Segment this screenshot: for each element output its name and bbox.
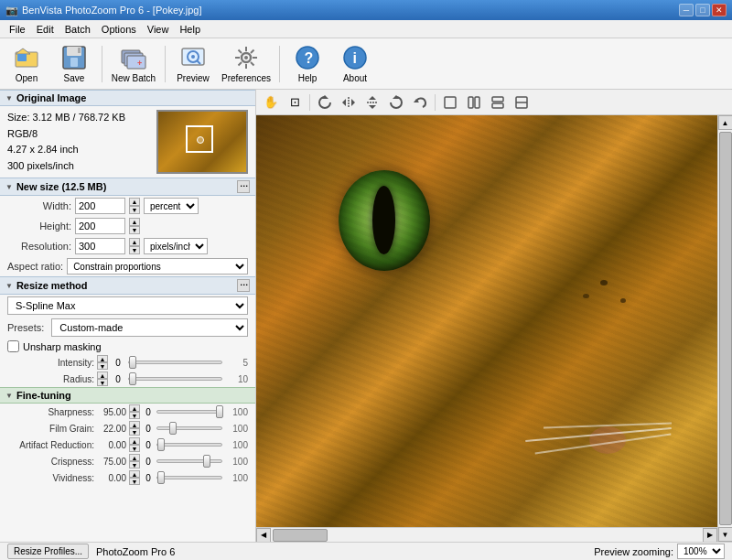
resize-method-header[interactable]: ▼ Resize method ⋯ xyxy=(0,276,255,295)
radius-up[interactable]: ▲ xyxy=(97,372,108,379)
width-label: Width: xyxy=(7,200,71,211)
intensity-track[interactable] xyxy=(128,361,222,364)
resolution-unit-select[interactable]: pixels/inch pixels/cm xyxy=(144,238,208,254)
undo-button[interactable] xyxy=(409,92,431,113)
radius-thumb[interactable] xyxy=(129,372,136,385)
zoom-select[interactable]: 100% 50% 200% Fit xyxy=(677,544,725,559)
radius-track[interactable] xyxy=(128,377,222,381)
presets-select[interactable]: Custom-made Default Sharpen Low xyxy=(51,318,248,337)
about-button[interactable]: i About xyxy=(332,42,378,86)
menu-options[interactable]: Options xyxy=(96,23,142,36)
right-content: ◀ ▶ ▲ ▼ xyxy=(256,115,732,542)
lines-view-button[interactable] xyxy=(511,92,533,113)
unsharp-checkbox[interactable] xyxy=(7,340,19,352)
film-grain-thumb[interactable] xyxy=(169,422,177,435)
vividness-up[interactable]: ▲ xyxy=(129,470,140,478)
svg-marker-34 xyxy=(369,96,376,100)
artifact-down[interactable]: ▼ xyxy=(129,445,140,452)
artifact-track[interactable] xyxy=(156,443,222,447)
width-input[interactable] xyxy=(75,198,125,214)
sharpness-track[interactable] xyxy=(156,410,222,414)
width-unit-select[interactable]: percent pixels inch xyxy=(144,198,199,214)
menu-edit[interactable]: Edit xyxy=(31,23,59,36)
width-up[interactable]: ▲ xyxy=(129,198,140,206)
film-grain-down[interactable]: ▼ xyxy=(129,428,140,436)
expand-btn-2[interactable]: ⋯ xyxy=(237,279,250,292)
menu-batch[interactable]: Batch xyxy=(59,23,96,36)
resize-profiles-button[interactable]: Resize Profiles... xyxy=(7,544,89,559)
crispness-thumb[interactable] xyxy=(203,455,210,468)
expand-btn[interactable]: ⋯ xyxy=(237,180,250,193)
split-h-button[interactable] xyxy=(463,92,485,113)
crispness-track[interactable] xyxy=(156,459,222,463)
save-button[interactable]: Save xyxy=(51,42,97,86)
intensity-up[interactable]: ▲ xyxy=(97,355,108,362)
crispness-up[interactable]: ▲ xyxy=(129,454,140,461)
v-scroll-down[interactable]: ▼ xyxy=(718,527,733,542)
h-scroll-right[interactable]: ▶ xyxy=(703,528,717,543)
film-grain-track[interactable] xyxy=(156,426,222,430)
artifact-up[interactable]: ▲ xyxy=(129,437,140,445)
h-scroll-thumb[interactable] xyxy=(273,529,328,542)
maximize-button[interactable]: □ xyxy=(695,4,710,16)
menu-file[interactable]: File xyxy=(4,23,31,36)
aspect-ratio-select[interactable]: Constrain proportions Stretch Crop xyxy=(67,258,248,275)
rotate-ccw-button[interactable] xyxy=(314,92,336,113)
vividness-thumb[interactable] xyxy=(157,471,165,484)
h-scroll-track[interactable] xyxy=(271,528,703,542)
height-up[interactable]: ▲ xyxy=(129,218,140,226)
fine-tuning-header[interactable]: ▼ Fine-tuning xyxy=(0,387,255,404)
resolution-input[interactable] xyxy=(75,238,125,254)
vividness-down[interactable]: ▼ xyxy=(129,478,140,485)
method-select[interactable]: S-Spline Max S-Spline S-Spline XL Lanczo… xyxy=(7,296,248,315)
height-input[interactable] xyxy=(75,218,125,234)
intensity-down[interactable]: ▼ xyxy=(97,362,108,370)
resolution-down[interactable]: ▼ xyxy=(129,246,140,254)
svg-rect-40 xyxy=(475,97,479,108)
intensity-row: Intensity: ▲ ▼ 0 5 xyxy=(0,354,255,371)
close-button[interactable]: ✕ xyxy=(712,4,727,16)
svg-marker-32 xyxy=(351,99,355,106)
crispness-down[interactable]: ▼ xyxy=(129,461,140,468)
open-button[interactable]: Open xyxy=(4,42,49,86)
menu-view[interactable]: View xyxy=(142,23,175,36)
original-image-header[interactable]: ▼ Original Image xyxy=(0,90,255,106)
preferences-button[interactable]: Preferences xyxy=(218,42,274,86)
flip-h-button[interactable] xyxy=(338,92,360,113)
v-scroll-thumb[interactable] xyxy=(719,132,732,525)
film-grain-label: Film Grain: xyxy=(7,424,94,434)
h-scroll-left[interactable]: ◀ xyxy=(256,528,271,543)
sharpness-down[interactable]: ▼ xyxy=(129,412,140,419)
zoom-select-button[interactable]: ⊡ xyxy=(284,92,306,113)
vividness-value: 0.00 xyxy=(97,473,126,483)
film-grain-up[interactable]: ▲ xyxy=(129,421,140,428)
new-size-title: New size (12.5 MB) xyxy=(16,181,106,192)
v-scroll-up[interactable]: ▲ xyxy=(718,115,733,130)
help-button[interactable]: ? Help xyxy=(285,42,330,86)
single-view-button[interactable] xyxy=(439,92,461,113)
intensity-thumb[interactable] xyxy=(129,356,136,369)
height-down[interactable]: ▼ xyxy=(129,226,140,234)
menu-help[interactable]: Help xyxy=(174,23,206,36)
artifact-thumb[interactable] xyxy=(157,438,165,451)
minimize-button[interactable]: ─ xyxy=(679,4,694,16)
new-size-header[interactable]: ▼ New size (12.5 MB) ⋯ xyxy=(0,178,255,196)
toolbar: Open Save + New Batch Preview Preference… xyxy=(0,38,732,90)
triangle-icon-3: ▼ xyxy=(5,282,13,290)
preview-button[interactable]: Preview xyxy=(170,42,216,86)
vividness-track[interactable] xyxy=(156,476,222,479)
new-batch-button[interactable]: + New Batch xyxy=(107,42,160,86)
sharpness-up[interactable]: ▲ xyxy=(129,404,140,412)
flip-v-button[interactable] xyxy=(361,92,383,113)
intensity-max: 5 xyxy=(225,358,248,368)
radius-zero: 0 xyxy=(111,374,125,384)
resolution-up[interactable]: ▲ xyxy=(129,238,140,246)
sharpness-thumb[interactable] xyxy=(216,405,223,418)
width-down[interactable]: ▼ xyxy=(129,206,140,214)
rotate-cw-button[interactable] xyxy=(385,92,407,113)
svg-text:i: i xyxy=(353,50,357,66)
radius-row: Radius: ▲ ▼ 0 10 xyxy=(0,371,255,387)
radius-down[interactable]: ▼ xyxy=(97,379,108,386)
split-v-button[interactable] xyxy=(487,92,509,113)
hand-tool-button[interactable]: ✋ xyxy=(260,92,282,113)
